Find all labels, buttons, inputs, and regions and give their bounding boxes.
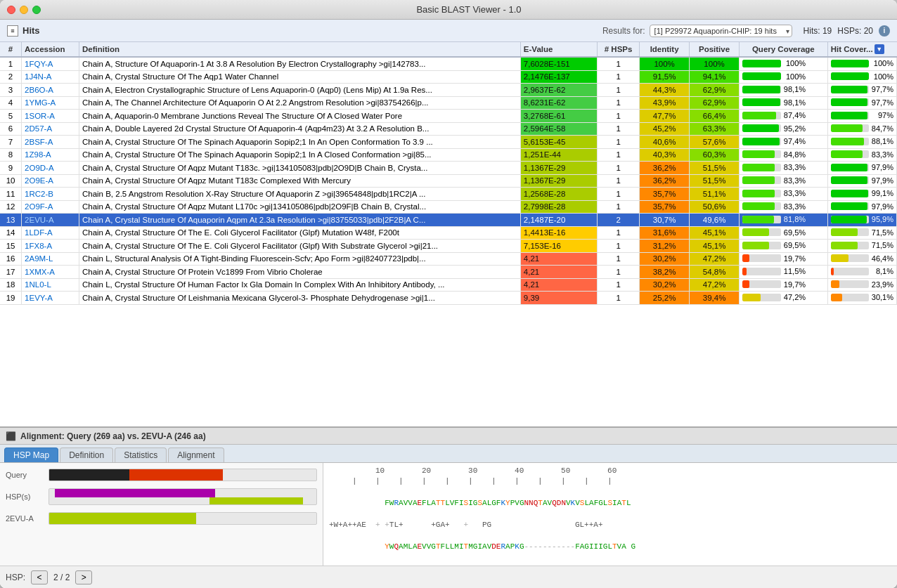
ruler-top: 10 20 30 40 50 60	[329, 466, 891, 476]
cell-accession: 1FX8-A	[22, 240, 79, 253]
hsp-seg-evua-yellow	[49, 513, 196, 524]
table-row[interactable]: 5 1SOR-A Chain A, Aquaporin-0 Membrane J…	[0, 110, 897, 123]
cell-hcov: 23,9%	[827, 278, 896, 292]
tab-alignment[interactable]: Alignment	[168, 447, 224, 462]
table-row[interactable]: 14 1LDF-A Chain A, Crystal Structure Of …	[0, 226, 897, 240]
table-row[interactable]: 10 2O9E-A Chain A, Crystal Structure Of …	[0, 174, 897, 188]
table-row[interactable]: 13 2EVU-A Chain A, Crystal Structure Of …	[0, 214, 897, 227]
cell-identity: 30,2%	[640, 252, 690, 266]
tab-hsp-map[interactable]: HSP Map	[4, 447, 58, 462]
table-row[interactable]: 16 2A9M-L Chain L, Structural Analysis O…	[0, 252, 897, 266]
hsp-nav: HSP: < 2 / 2 >	[0, 566, 897, 588]
table-row[interactable]: 8 1Z98-A Chain A, Crystal Structure Of T…	[0, 148, 897, 162]
cell-identity: 31,6%	[640, 226, 690, 240]
cell-hcov: 97,9%	[827, 174, 896, 188]
cell-hsps: 1	[598, 240, 640, 253]
col-header-accession: Accession	[22, 42, 79, 57]
col-header-definition: Definition	[79, 42, 520, 57]
cell-num: 7	[0, 136, 22, 149]
hsp-map-panel: Query HSP(s)	[0, 463, 323, 566]
cell-qcov: 83,3%	[740, 162, 828, 175]
cell-qcov: 19,7%	[740, 252, 828, 266]
hits-table: # Accession Definition E-Value # HSPs Id…	[0, 42, 897, 305]
cell-accession: 1YMG-A	[22, 96, 79, 110]
table-row[interactable]: 7 2BSF-A Chain A, Crystal Structure Of T…	[0, 136, 897, 149]
cell-positive: 63,3%	[690, 122, 740, 136]
cell-accession: 1SOR-A	[22, 110, 79, 123]
table-row[interactable]: 4 1YMG-A Chain A, The Channel Architectu…	[0, 96, 897, 110]
cell-positive: 47,2%	[690, 278, 740, 292]
alignment-section: ⬛ Alignment: Query (269 aa) vs. 2EVU-A (…	[0, 426, 897, 588]
results-dropdown[interactable]: [1] P29972 Aquaporin-CHIP: 19 hits	[650, 25, 792, 37]
cell-num: 14	[0, 226, 22, 240]
cell-num: 8	[0, 148, 22, 162]
close-button[interactable]	[7, 6, 15, 14]
cell-definition: Chain A, Electron Crystallographic Struc…	[79, 84, 520, 97]
cell-evalue: 2,7998E-28	[520, 200, 597, 214]
hsp-next-button[interactable]: >	[75, 570, 92, 584]
table-row[interactable]: 9 2O9D-A Chain A, Crystal Structure Of A…	[0, 162, 897, 175]
cell-positive: 54,8%	[690, 266, 740, 279]
table-row[interactable]: 2 1J4N-A Chain A, Crystal Structure Of T…	[0, 70, 897, 84]
cell-hsps: 1	[598, 226, 640, 240]
table-row[interactable]: 12 2O9F-A Chain A, Crystal Structure Of …	[0, 200, 897, 214]
cell-accession: 1Z98-A	[22, 148, 79, 162]
table-row[interactable]: 11 1RC2-B Chain B, 2.5 Angstrom Resoluti…	[0, 188, 897, 201]
cell-definition: Chain A, Crystal Structure Of Leishmania…	[79, 292, 520, 305]
hsp-prev-button[interactable]: <	[31, 570, 48, 584]
table-row[interactable]: 3 2B6O-A Chain A, Electron Crystallograp…	[0, 84, 897, 97]
table-row[interactable]: 1 1FQY-A Chain A, Structure Of Aquaporin…	[0, 57, 897, 70]
info-button[interactable]: i	[879, 25, 890, 37]
cell-evalue: 7,153E-16	[520, 240, 597, 253]
cell-identity: 47,7%	[640, 110, 690, 123]
table-row[interactable]: 6 2D57-A Chain A, Double Layered 2d Crys…	[0, 122, 897, 136]
cell-positive: 62,9%	[690, 96, 740, 110]
cell-qcov: 19,7%	[740, 278, 828, 292]
cell-positive: 60,3%	[690, 148, 740, 162]
app-window: Basic BLAST Viewer - 1.0 ≡ Hits Results …	[0, 0, 897, 588]
minimize-button[interactable]	[20, 6, 28, 14]
cell-identity: 30,2%	[640, 278, 690, 292]
cell-definition: Chain A, The Channel Architecture Of Aqu…	[79, 96, 520, 110]
tab-definition[interactable]: Definition	[60, 447, 113, 462]
col-header-hsps: # HSPs	[598, 42, 640, 57]
tab-statistics[interactable]: Statistics	[115, 447, 167, 462]
cell-accession: 2O9F-A	[22, 200, 79, 214]
cell-hsps: 1	[598, 252, 640, 266]
col-header-positive: Positive	[690, 42, 740, 57]
cell-hcov: 100%	[827, 70, 896, 84]
cell-definition: Chain A, Crystal Structure Of The E. Col…	[79, 240, 520, 253]
cell-positive: 66,4%	[690, 110, 740, 123]
table-row[interactable]: 15 1FX8-A Chain A, Crystal Structure Of …	[0, 240, 897, 253]
hits-section: ≡ Hits Results for: [1] P29972 Aquaporin…	[0, 20, 897, 426]
sort-button[interactable]: ▼	[875, 44, 884, 54]
traffic-lights	[7, 6, 41, 14]
hit-seq-line: YWQAMLAEVVGTFLLMITMGIAVDERAPKG----------…	[329, 530, 891, 563]
maximize-button[interactable]	[32, 6, 41, 14]
cell-evalue: 4,21	[520, 278, 597, 292]
alignment-display[interactable]: 10 20 30 40 50 60 | | | | | | | | | | | …	[323, 463, 897, 566]
hits-table-container[interactable]: # Accession Definition E-Value # HSPs Id…	[0, 42, 897, 426]
cell-accession: 1LDF-A	[22, 226, 79, 240]
table-row[interactable]: 19 1EVY-A Chain A, Crystal Structure Of …	[0, 292, 897, 305]
bottom-tabs: HSP Map Definition Statistics Alignment	[0, 445, 897, 463]
hsps-count: HSPs: 20	[837, 26, 873, 36]
cell-identity: 40,6%	[640, 136, 690, 149]
cell-definition: Chain A, Crystal Structure Of Aqpz Mutan…	[79, 162, 520, 175]
results-dropdown-wrap[interactable]: [1] P29972 Aquaporin-CHIP: 19 hits	[650, 25, 792, 37]
cell-identity: 25,2%	[640, 292, 690, 305]
cell-identity: 31,2%	[640, 240, 690, 253]
cell-hcov: 83,3%	[827, 148, 896, 162]
cell-identity: 38,2%	[640, 266, 690, 279]
table-row[interactable]: 17 1XMX-A Chain A, Crystal Structure Of …	[0, 266, 897, 279]
cell-hsps: 1	[598, 84, 640, 97]
cell-num: 6	[0, 122, 22, 136]
cell-qcov: 95,2%	[740, 122, 828, 136]
hsp-nav-label: HSP:	[6, 573, 25, 582]
cell-identity: 43,9%	[640, 96, 690, 110]
table-row[interactable]: 18 1NL0-L Chain L, Crystal Structure Of …	[0, 278, 897, 292]
cell-hcov: 84,7%	[827, 122, 896, 136]
cell-positive: 62,9%	[690, 84, 740, 97]
cell-qcov: 83,3%	[740, 200, 828, 214]
cell-accession: 2O9E-A	[22, 174, 79, 188]
